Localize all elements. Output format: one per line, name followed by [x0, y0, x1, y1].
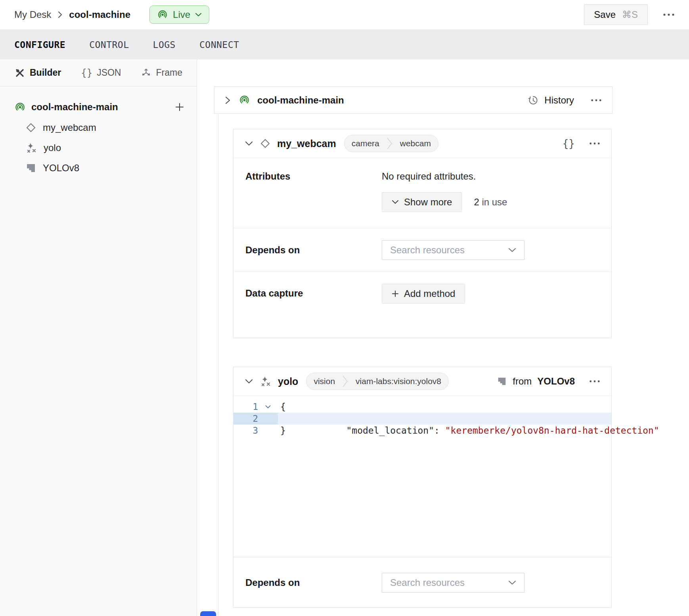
view-mode-bar: Builder {} JSON Frame: [0, 59, 197, 86]
tab-logs[interactable]: LOGS: [153, 40, 176, 50]
tree-root-part[interactable]: cool-machine-main: [0, 97, 197, 117]
depends-on-label: Depends on: [245, 245, 382, 256]
tab-control[interactable]: CONTROL: [89, 40, 129, 50]
part-title: cool-machine-main: [257, 95, 344, 106]
code-string-value: "keremberke/yolov8n-hard-hat-detection": [445, 425, 659, 436]
part-connector-rail: [218, 114, 218, 616]
mode-json-label: JSON: [97, 67, 121, 78]
depends-on-section: Depends on Search resources: [233, 228, 611, 272]
tree-root-label: cool-machine-main: [31, 101, 174, 113]
card-header: yolo vision viam-labs:vision:yolov8 from…: [233, 367, 611, 396]
configure-sidebar: Builder {} JSON Frame: [0, 59, 197, 616]
chevron-down-icon: [195, 13, 202, 17]
tree-item-label: yolo: [44, 142, 61, 153]
component-type-model-pill: camera webcam: [344, 135, 438, 152]
mode-frame-label: Frame: [156, 67, 182, 78]
attributes-section: Attributes No required attributes. Show …: [233, 158, 611, 228]
code-line-1: 1 {: [233, 401, 611, 413]
service-name: yolo: [278, 376, 298, 387]
add-method-button[interactable]: Add method: [382, 284, 465, 304]
attributes-label: Attributes: [245, 171, 382, 228]
pill-divider-chevron: [387, 135, 393, 152]
live-status-badge[interactable]: Live: [149, 6, 209, 24]
broadcast-icon: [157, 9, 168, 20]
history-button[interactable]: History: [528, 95, 574, 106]
camera-component-icon: [260, 138, 271, 149]
in-use-count: 2: [474, 197, 479, 207]
card-header: my_webcam camera webcam {}: [233, 129, 611, 158]
tree-item-yolov8-module[interactable]: YOLOv8: [0, 158, 197, 178]
breadcrumb-chevron-icon: [57, 11, 63, 19]
service-type-model-pill: vision viam-labs:vision:yolov8: [306, 373, 449, 390]
depends-on-select[interactable]: Search resources: [382, 240, 524, 260]
plus-icon: [392, 290, 399, 297]
in-use-label: in use: [482, 197, 507, 207]
service-card-yolo: yolo vision viam-labs:vision:yolov8 from…: [233, 367, 612, 608]
machine-tab-bar: CONFIGURE CONTROL LOGS CONNECT: [0, 30, 689, 59]
fold-chevron-icon[interactable]: [258, 401, 278, 413]
add-method-label: Add method: [404, 288, 455, 299]
topbar-overflow-menu-icon[interactable]: [663, 13, 675, 16]
mode-json[interactable]: {} JSON: [81, 67, 121, 78]
breadcrumb-machine-name: cool-machine: [69, 9, 130, 20]
component-name: my_webcam: [277, 138, 336, 149]
configure-main-area: cool-machine-main History: [197, 59, 689, 616]
chevron-down-icon: [508, 580, 516, 585]
json-attributes-editor[interactable]: 1 { 2 "model_location": "keremberke/yolo…: [233, 396, 611, 557]
component-type: camera: [344, 139, 387, 148]
collapse-chevron-down-icon[interactable]: [245, 379, 253, 384]
module-icon: [25, 163, 36, 174]
code-line-2: 2 "model_location": "keremberke/yolov8n-…: [233, 413, 611, 425]
add-fab-button-clipped[interactable]: [200, 611, 216, 616]
from-label: from: [513, 376, 532, 387]
card-overflow-menu-icon[interactable]: [589, 380, 600, 383]
broadcast-icon: [14, 101, 26, 113]
depends-on-section: Depends on Search resources: [233, 557, 611, 608]
code-text: {: [278, 401, 286, 413]
mode-builder[interactable]: Builder: [14, 67, 61, 78]
resource-tree: cool-machine-main my_webcam yolo: [0, 86, 197, 178]
data-capture-section: Data capture Add method: [233, 272, 611, 338]
top-bar: My Desk cool-machine Live Save ⌘S: [0, 0, 689, 30]
chevron-down-icon: [508, 248, 516, 253]
attributes-in-use: 2 in use: [474, 197, 507, 208]
chevron-down-icon: [392, 200, 399, 205]
tab-connect[interactable]: CONNECT: [199, 40, 239, 50]
select-placeholder: Search resources: [390, 245, 465, 256]
save-label: Save: [594, 9, 616, 20]
vision-sparkle-icon: [25, 142, 37, 154]
code-key: "model_location": [346, 425, 434, 436]
pill-divider-chevron: [342, 373, 348, 390]
depends-on-select[interactable]: Search resources: [382, 573, 524, 593]
add-resource-button[interactable]: [174, 102, 185, 112]
mode-frame[interactable]: Frame: [141, 67, 182, 78]
from-module-link[interactable]: from YOLOv8: [497, 376, 575, 387]
json-toggle-icon[interactable]: {}: [563, 138, 575, 149]
service-type: vision: [306, 377, 342, 386]
line-number: 3: [233, 425, 258, 436]
collapse-chevron-down-icon[interactable]: [245, 141, 253, 146]
tab-configure[interactable]: CONFIGURE: [14, 40, 65, 50]
camera-component-icon: [25, 122, 36, 133]
braces-icon: {}: [81, 67, 92, 78]
tree-item-label: YOLOv8: [43, 163, 79, 174]
depends-on-label: Depends on: [245, 577, 382, 588]
code-text: }: [278, 425, 286, 436]
show-more-button[interactable]: Show more: [382, 192, 462, 212]
collapse-chevron-right-icon[interactable]: [225, 96, 231, 105]
card-overflow-menu-icon[interactable]: [589, 142, 600, 145]
save-button[interactable]: Save ⌘S: [584, 4, 648, 25]
line-number: 1: [233, 401, 258, 413]
part-overflow-menu-icon[interactable]: [591, 99, 602, 102]
from-module-name: YOLOv8: [537, 376, 575, 387]
tree-item-my-webcam[interactable]: my_webcam: [0, 117, 197, 138]
tree-item-yolo[interactable]: yolo: [0, 138, 197, 158]
code-separator: :: [434, 425, 445, 436]
history-clock-icon: [528, 95, 539, 106]
select-placeholder: Search resources: [390, 577, 465, 588]
breadcrumb-parent[interactable]: My Desk: [14, 9, 51, 20]
part-header-panel: cool-machine-main History: [214, 86, 612, 114]
tree-item-label: my_webcam: [43, 122, 96, 133]
frame-axes-icon: [141, 67, 151, 78]
data-capture-label: Data capture: [245, 288, 382, 338]
